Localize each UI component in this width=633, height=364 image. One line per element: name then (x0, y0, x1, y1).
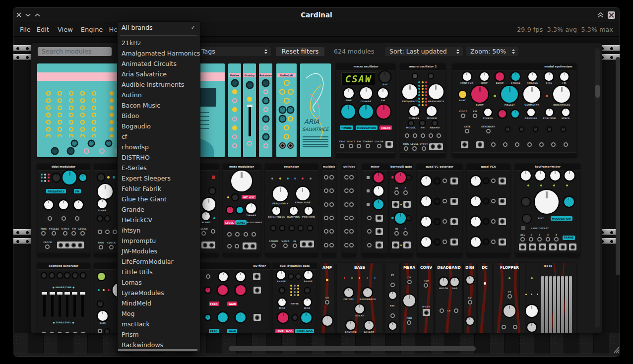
port[interactable] (405, 133, 409, 138)
knob[interactable] (484, 199, 488, 203)
brand-menu-item[interactable]: 21kHz (118, 38, 200, 48)
port[interactable] (349, 216, 354, 220)
knob[interactable] (79, 174, 86, 181)
module-preview-macro-oscillator[interactable]: macro oscillatorCSAWEXTFINECOARSEFMTIMBR… (336, 63, 395, 157)
knob[interactable] (73, 273, 77, 278)
knob[interactable] (511, 110, 519, 118)
button[interactable] (407, 216, 411, 220)
brand-menu-item[interactable]: Rackwindows (118, 340, 200, 350)
button[interactable] (232, 194, 238, 200)
knob[interactable] (65, 273, 69, 278)
module-preview-quad-vc-polarizer[interactable]: quad VC-polarizer (417, 164, 462, 257)
port[interactable] (42, 332, 46, 333)
port[interactable] (491, 240, 496, 244)
port[interactable] (235, 232, 240, 237)
knob[interactable] (231, 171, 252, 191)
button[interactable] (429, 74, 433, 78)
knob[interactable] (484, 240, 488, 244)
knob[interactable] (421, 196, 431, 206)
knob[interactable] (421, 237, 431, 247)
knob[interactable] (435, 179, 440, 183)
knob[interactable] (202, 198, 215, 211)
module-preview-keyframer-mixer[interactable]: keyframer/mixerEDITMODULATION+10V OFFSET… (515, 164, 580, 257)
brand-menu-item[interactable]: Aria Salvatrice (118, 69, 200, 79)
knob[interactable] (290, 226, 294, 230)
port[interactable] (491, 179, 496, 183)
knob[interactable] (236, 312, 246, 322)
button[interactable] (523, 215, 531, 223)
brand-menu-item[interactable]: chowdsp (118, 142, 200, 152)
brand-menu-item[interactable]: HetrickCV (118, 215, 200, 225)
port[interactable] (443, 219, 447, 224)
port[interactable] (367, 216, 372, 220)
knob[interactable] (218, 312, 228, 322)
port[interactable] (491, 219, 496, 224)
output-port-group[interactable] (429, 143, 443, 150)
output-port-group[interactable] (300, 241, 314, 247)
button[interactable] (209, 188, 215, 194)
port[interactable] (421, 133, 425, 138)
port[interactable] (211, 229, 215, 234)
module-preview-mera[interactable]: MERACVPRB (401, 263, 417, 333)
port[interactable] (349, 175, 354, 180)
knob[interactable] (305, 288, 310, 293)
port[interactable] (324, 229, 328, 234)
module-preview-digi[interactable]: DIGICVANALOG (464, 263, 476, 333)
port[interactable] (564, 142, 568, 147)
port[interactable] (329, 216, 334, 220)
output-port-group[interactable] (253, 314, 261, 321)
knob[interactable] (280, 288, 284, 293)
output-port-group[interactable] (499, 218, 506, 225)
port[interactable] (413, 133, 417, 138)
port[interactable] (513, 325, 517, 329)
port[interactable] (349, 202, 354, 207)
sort-dropdown[interactable]: Sort: Last updated (385, 47, 463, 56)
brand-menu-item[interactable]: cf (118, 131, 200, 142)
knob[interactable] (219, 272, 228, 281)
knob[interactable] (504, 305, 515, 317)
tags-dropdown[interactable]: Tags (197, 47, 271, 56)
slider[interactable] (51, 293, 54, 317)
knob[interactable] (403, 295, 415, 306)
output-port-group[interactable] (376, 242, 383, 248)
port[interactable] (244, 232, 248, 237)
module-preview-flopper[interactable]: FLOPPERCVIN (494, 263, 525, 333)
brand-menu-selected[interactable]: All brands✓ (118, 22, 200, 34)
slider[interactable] (73, 293, 76, 317)
module-preview-quad-vca[interactable]: quad VCA (467, 164, 510, 257)
knob[interactable] (471, 237, 481, 247)
button[interactable] (98, 273, 105, 280)
knob[interactable] (389, 322, 396, 330)
knob[interactable] (341, 105, 355, 119)
output-port-group[interactable] (569, 243, 576, 250)
brand-menu-item[interactable]: Prism (118, 329, 200, 340)
port[interactable] (491, 199, 496, 203)
port[interactable] (329, 175, 334, 180)
module-preview-utilities[interactable]: utilities (342, 164, 356, 257)
knob[interactable] (562, 127, 565, 131)
port[interactable] (227, 232, 232, 237)
module-preview-macro-oscillator-2[interactable]: macro oscillator 2FREQUENCYHARMONICSTIMB… (400, 63, 445, 157)
port[interactable] (367, 229, 372, 234)
output-port-group[interactable] (539, 243, 546, 250)
port[interactable] (515, 142, 519, 147)
menu-file[interactable]: File (20, 26, 31, 33)
knob[interactable] (247, 82, 253, 88)
knob[interactable] (50, 273, 54, 278)
output-port-group[interactable] (499, 239, 506, 245)
knob[interactable] (237, 207, 243, 213)
button[interactable] (407, 176, 411, 180)
horizontal-scrollbar[interactable] (229, 346, 476, 351)
module-preview-meta-modulator[interactable]: meta modulatorINT. OSCTIMBRELEVELLEVELAL… (223, 164, 260, 257)
port[interactable] (98, 329, 102, 333)
module-preview-bass[interactable]: BASSCUTOFFRESONANCEDECAYENVMODACCENTACCE… (337, 263, 382, 333)
knob[interactable] (98, 184, 113, 199)
knob[interactable] (205, 315, 210, 320)
brand-menu-item[interactable]: LyraeModules (118, 288, 200, 298)
brand-menu-item[interactable]: ihtsyn (118, 225, 200, 236)
port[interactable] (437, 133, 441, 138)
knob[interactable] (395, 172, 406, 183)
knob[interactable] (236, 285, 246, 295)
brand-menu-item[interactable]: DISTRHO (118, 152, 200, 163)
knob[interactable] (227, 207, 233, 213)
